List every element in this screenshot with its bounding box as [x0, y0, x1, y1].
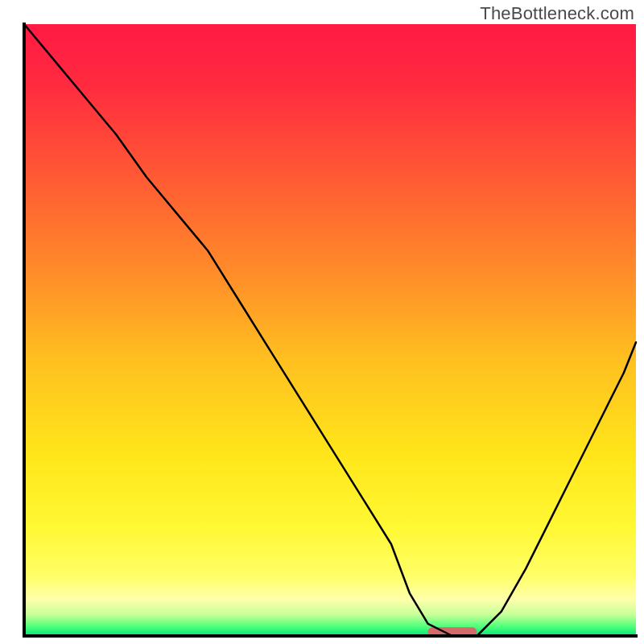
plot-background	[24, 24, 636, 636]
bottleneck-chart: TheBottleneck.com	[0, 0, 644, 644]
chart-svg	[0, 0, 644, 644]
watermark-label: TheBottleneck.com	[480, 3, 634, 24]
